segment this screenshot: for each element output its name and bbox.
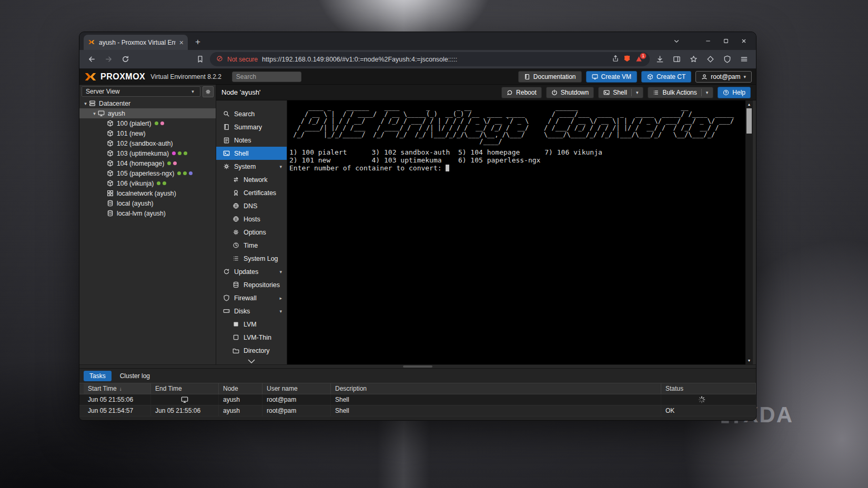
bulk-actions-button[interactable]: Bulk Actions▾ [648,87,713,98]
menu-item-repositories[interactable]: Repositories [216,278,287,291]
not-secure-label: Not secure [227,56,258,63]
shield-icon[interactable] [720,53,734,66]
panel-splitter[interactable] [79,364,756,369]
task-row[interactable]: Jun 05 21:54:57Jun 05 21:55:06ayushroot@… [79,405,756,416]
brave-shields-icon[interactable] [623,55,631,64]
task-row[interactable]: Jun 05 21:55:06ayushroot@pamShell [79,394,756,405]
download-icon[interactable] [653,53,667,66]
new-tab-button[interactable]: + [191,35,205,49]
menu-item-summary[interactable]: Summary [216,120,287,134]
tree-item-local-ayush[interactable]: local (ayush) [79,198,216,208]
column-header-end-time[interactable]: End Time [151,383,219,394]
url-bar[interactable]: Not secure https://192.168.0.149:8006/#v… [210,52,650,66]
menu-item-network[interactable]: Network [216,173,287,186]
splitter-grip[interactable] [403,365,432,368]
reboot-button[interactable]: Reboot [501,87,542,98]
power-icon [551,89,558,96]
notification-badge: 1 [640,53,647,59]
reload-icon[interactable] [118,53,132,66]
create-vm-button[interactable]: Create VM [586,71,637,83]
sidebar-icon[interactable] [670,53,683,66]
caret-right-icon[interactable]: ▸ [279,296,282,301]
create-ct-button[interactable]: Create CT [641,71,691,83]
menu-item-shell[interactable]: Shell [216,147,287,160]
tag-dot [155,121,158,125]
tree-settings-button[interactable] [203,86,214,97]
caret-down-icon[interactable]: ▾ [636,90,639,95]
caret-down-icon[interactable]: ▾ [279,269,282,274]
caret-down-icon[interactable]: ▾ [279,309,282,314]
tree-item-ayush[interactable]: ▾ayush [79,108,216,118]
caret-down-icon[interactable]: ▾ [279,164,282,169]
column-header-user-name[interactable]: User name [263,383,331,394]
column-header-description[interactable]: Description [331,383,661,394]
scrollbar-thumb[interactable] [746,108,752,134]
caret-down-icon[interactable]: ▾ [706,90,709,95]
menu-item-options[interactable]: Options [216,226,287,239]
tree-item-localnetwork-ayush[interactable]: localnetwork (ayush) [79,188,216,198]
book-icon [223,124,230,130]
shell-button[interactable]: Shell▾ [598,87,643,98]
tree-item-105-paperless-ngx[interactable]: 105 (paperless-ngx) [79,168,216,178]
minimize-button[interactable] [699,34,717,48]
menu-item-lvm-thin[interactable]: LVM-Thin [216,331,287,344]
scroll-up-icon[interactable]: ▲ [745,101,753,108]
tree-item-102-sandbox-auth[interactable]: 102 (sandbox-auth) [79,138,216,148]
menu-item-search[interactable]: Search [216,107,287,120]
view-selector-dropdown[interactable]: Server View ▾ [82,86,200,97]
expand-caret-icon[interactable]: ▾ [82,101,89,106]
menu-item-firewall[interactable]: Firewall▸ [216,291,287,304]
user-menu-button[interactable]: root@pam ▾ [695,71,752,83]
menu-item-updates[interactable]: Updates▾ [216,265,287,278]
menu-item-time[interactable]: Time [216,239,287,252]
global-search-input[interactable] [232,72,301,82]
terminal-menu-lines: 1) 100 pialert 3) 102 sandbox-auth 5) 10… [289,148,750,164]
close-button[interactable] [735,34,753,48]
menu-item-certificates[interactable]: Certificates [216,186,287,199]
menu-item-notes[interactable]: Notes [216,134,287,147]
tag-dot [163,181,166,185]
column-header-status[interactable]: Status [661,383,756,394]
menu-item-lvm[interactable]: LVM [216,318,287,331]
browser-tab-bar: ayush - Proxmox Virtual Environ × + [79,32,756,50]
documentation-button[interactable]: Documentation [518,71,582,83]
browser-tab[interactable]: ayush - Proxmox Virtual Environ × [84,35,188,50]
menu-item-hosts[interactable]: Hosts [216,212,287,226]
wallet-icon[interactable] [703,53,717,66]
menu-item-disks[interactable]: Disks▾ [216,304,287,318]
tree-item-104-homepage[interactable]: 104 (homepage) [79,158,216,168]
share-icon[interactable] [612,55,619,64]
tree-item-datacenter[interactable]: ▾Datacenter [79,98,216,108]
tree-item-106-vikunja[interactable]: 106 (vikunja) [79,178,216,188]
menu-icon[interactable] [737,53,751,66]
tree-item-103-uptimekuma[interactable]: 103 (uptimekuma) [79,148,216,158]
scroll-more-chevron-icon[interactable] [216,359,287,364]
user-icon [701,74,708,80]
list-icon [233,255,240,262]
brave-rewards-icon[interactable]: 1 [635,55,643,64]
tab-cluster-log[interactable]: Cluster log [114,371,156,381]
tree-item-local-lvm-ayush[interactable]: local-lvm (ayush) [79,208,216,218]
menu-item-system-log[interactable]: System Log [216,252,287,265]
column-header-node[interactable]: Node [219,383,263,394]
menu-item-directory[interactable]: Directory [216,344,287,357]
tab-close-icon[interactable]: × [179,39,184,46]
menu-item-dns[interactable]: DNS [216,199,287,212]
bookmark-star-icon[interactable] [687,53,700,66]
back-icon[interactable] [85,53,98,66]
tree-item-101-new[interactable]: 101 (new) [79,128,216,138]
tab-search-chevron-icon[interactable] [668,34,685,48]
tree-item-100-pialert[interactable]: 100 (pialert) [79,118,216,128]
forward-icon[interactable] [102,53,115,66]
bookmark-icon[interactable] [193,53,207,66]
column-header-start-time[interactable]: Start Time↓ [84,383,151,394]
shell-terminal[interactable]: ____ _ ______ ____ _ _ __ ______ __ / __… [287,100,753,364]
maximize-button[interactable] [717,34,735,48]
help-button[interactable]: Help [718,87,751,98]
menu-item-system[interactable]: System▾ [216,160,287,173]
shutdown-button[interactable]: Shutdown [546,87,594,98]
tab-tasks[interactable]: Tasks [84,371,112,381]
scroll-down-icon[interactable]: ▼ [745,357,753,364]
terminal-scrollbar[interactable]: ▲ ▼ [745,100,753,364]
expand-caret-icon[interactable]: ▾ [91,111,98,116]
